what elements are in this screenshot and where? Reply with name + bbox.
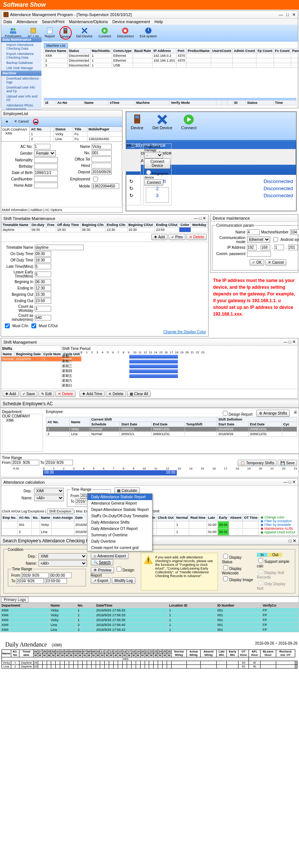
dm-ip2[interactable] xyxy=(261,245,270,250)
sm-clear[interactable]: ▦ Clear All xyxy=(127,391,151,397)
btn-modify[interactable]: Modify Log xyxy=(112,577,135,584)
btn-preview[interactable]: 👁 Preview xyxy=(91,567,114,573)
inp-late[interactable] xyxy=(35,264,51,269)
ri-sumot[interactable]: Summary of Overtime xyxy=(87,532,152,538)
chk-ds[interactable] xyxy=(223,554,228,559)
inp-nat[interactable] xyxy=(34,157,58,163)
sm-deltime[interactable]: ✕ Delete xyxy=(106,391,126,397)
fp-sel[interactable]: - xyxy=(144,152,163,158)
calc-name[interactable]: <All> xyxy=(34,495,64,501)
tb-deldevice[interactable]: Del Device xyxy=(75,26,94,40)
close-icon[interactable]: — □ ✕ xyxy=(283,340,296,344)
side-filter2[interactable]: ◉ Filter by timetable xyxy=(261,523,296,527)
chk-dw[interactable] xyxy=(223,565,228,570)
dm-ip4[interactable] xyxy=(288,245,298,250)
chk-ssc[interactable] xyxy=(258,558,263,563)
tab-se[interactable]: Shift Exception xyxy=(47,509,73,514)
bottom-grid[interactable]: IdAc-NoNamesTimeMachineVerify ModeIDStat… xyxy=(44,100,296,105)
btn-connect-device[interactable]: Connect Device xyxy=(144,158,170,169)
inp-off[interactable] xyxy=(35,257,51,263)
s-name[interactable]: <All> xyxy=(38,560,87,567)
tab-add[interactable]: Addition xyxy=(30,208,43,212)
zoom-deldevice[interactable]: Del Device xyxy=(148,112,177,140)
s-dep[interactable]: XIMI xyxy=(38,553,87,559)
menu-maint[interactable]: Maintenance/Options xyxy=(69,19,108,24)
s-fromt[interactable] xyxy=(50,573,72,578)
tb-disconnect[interactable]: Disconnect xyxy=(115,26,135,40)
calc-dep[interactable]: XIMI xyxy=(34,488,64,494)
dm-mnum[interactable] xyxy=(290,229,299,235)
zoom-device[interactable]: Device xyxy=(126,112,148,140)
inp-bo[interactable] xyxy=(35,292,51,297)
tree-dept[interactable]: XIMI xyxy=(2,131,28,135)
tb-connect[interactable]: Connect xyxy=(97,26,113,40)
chk-design2[interactable] xyxy=(117,567,121,571)
dm-ip3[interactable] xyxy=(274,245,284,250)
emp-tb3[interactable]: ▬ xyxy=(33,119,38,125)
side-maint[interactable]: ◉ Maintenance AL/BL xyxy=(261,527,296,530)
menu-data[interactable]: Data xyxy=(3,19,12,24)
tab-pl[interactable]: Primary Logs xyxy=(1,597,28,602)
side-export[interactable]: Export Attendance Checking Data xyxy=(1,51,41,60)
chk-android[interactable] xyxy=(273,237,278,242)
btn-connect[interactable]: Connect xyxy=(144,179,163,186)
tree-sub[interactable]: XIMI xyxy=(2,418,43,422)
side-dl-logs[interactable]: Download attendance logs xyxy=(1,76,41,85)
menu-device[interactable]: Device management xyxy=(112,19,150,24)
inp-leave[interactable] xyxy=(35,272,51,277)
chk-mcin[interactable] xyxy=(5,323,10,328)
btn-calc[interactable]: ▦ Calculate xyxy=(114,487,140,494)
inp-hired[interactable] xyxy=(92,163,112,168)
ri-gen[interactable]: Attendance General Report xyxy=(87,500,152,506)
chk-mcout[interactable] xyxy=(31,323,36,328)
inp-title[interactable] xyxy=(92,156,112,162)
tree-co[interactable]: OUR COMPANY xyxy=(2,414,43,418)
dm-pwd[interactable] xyxy=(247,251,271,257)
btn-search[interactable]: 🔍 Search xyxy=(91,559,114,565)
inp-tn[interactable] xyxy=(35,245,84,250)
tab-aco[interactable]: AC Options xyxy=(45,208,62,212)
photo-box[interactable] xyxy=(122,149,141,171)
tree-company[interactable]: OUR COMPANY xyxy=(2,128,28,131)
inp-ei[interactable] xyxy=(35,285,51,291)
inp-card[interactable] xyxy=(34,176,58,182)
inp-home[interactable] xyxy=(34,183,58,188)
tb-device[interactable]: Device xyxy=(59,26,72,40)
btn-export[interactable]: ↗ Export xyxy=(91,577,111,584)
chk-emp[interactable] xyxy=(93,177,98,182)
ri-shifts[interactable]: Daily Attendance Shifts xyxy=(87,519,152,526)
inp-bi[interactable] xyxy=(35,279,51,285)
side-usb[interactable]: Usb Disk Manage xyxy=(1,65,41,71)
dm-mode[interactable]: Ethernet xyxy=(247,236,270,243)
sched-from[interactable] xyxy=(12,460,39,465)
tab-mi[interactable]: Mobil Information xyxy=(2,208,28,212)
close-icon[interactable]: □ ✕ xyxy=(289,538,296,543)
side-filter1[interactable]: ◉ Filter by exception xyxy=(261,519,296,523)
chk-design[interactable] xyxy=(223,411,228,416)
dm-ip1[interactable] xyxy=(247,245,257,250)
inp-on[interactable] xyxy=(35,251,51,257)
sm-add[interactable]: ✚ Add xyxy=(3,391,19,397)
btn-ae[interactable]: ◇ Advanced Export xyxy=(91,553,129,559)
device-grid[interactable]: Device NameStatusMachineNo.Comm.typeBaud… xyxy=(44,48,299,68)
ri-dept[interactable]: Depart Attendance Statistic Report xyxy=(87,506,152,513)
sm-del[interactable]: ✕ Delete xyxy=(55,391,75,397)
emp-grid[interactable]: AC No.StatusTitleMobile/Pager1VickyFo.2L… xyxy=(30,127,122,142)
inp-bday[interactable] xyxy=(34,164,58,169)
btn-prev[interactable]: ✓ Prev xyxy=(169,234,186,240)
side-chgcolor[interactable]: ◉ Change color xyxy=(261,515,296,519)
menu-search[interactable]: Search/Print xyxy=(42,19,65,24)
tb-report[interactable]: Report xyxy=(43,26,56,40)
ri-daily[interactable]: Daily Attendance Statistic Report xyxy=(87,494,152,500)
inp-no[interactable] xyxy=(92,150,112,156)
window-controls[interactable]: — □ ✕ xyxy=(279,12,296,17)
emp-tb1[interactable]: ◄ xyxy=(3,119,10,125)
tab-machinelist[interactable]: Machine List xyxy=(44,43,68,48)
btn-save[interactable]: 💾 Save xyxy=(278,460,297,466)
s-to[interactable] xyxy=(16,578,44,584)
side-dl-user[interactable]: Download user info and Fp xyxy=(1,85,41,94)
chk-di[interactable] xyxy=(223,576,228,581)
stt-grid[interactable]: Timetable NameOn-dutyFreeOff duty TimeBe… xyxy=(1,222,208,232)
btn-add[interactable]: ✚ Add xyxy=(151,234,167,240)
inp-cw[interactable] xyxy=(35,306,51,311)
